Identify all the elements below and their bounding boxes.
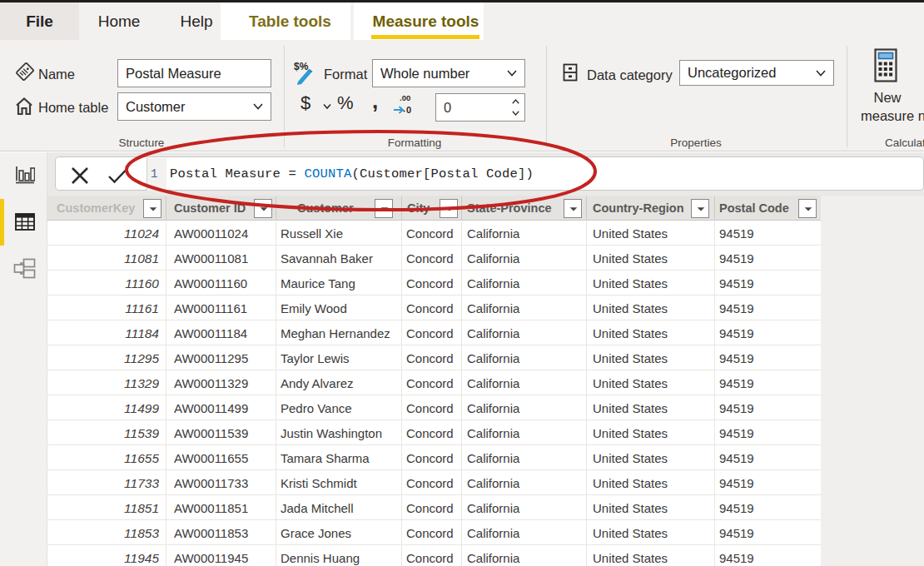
svg-text:.00: .00 <box>400 93 410 102</box>
svg-text:0: 0 <box>406 105 411 115</box>
svg-text:$%: $% <box>294 61 309 72</box>
